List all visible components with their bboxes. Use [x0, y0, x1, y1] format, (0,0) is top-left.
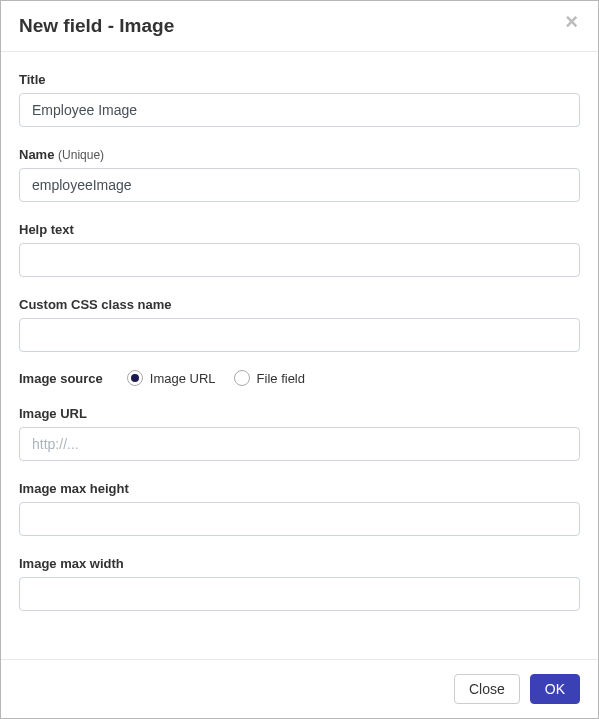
maxheight-label: Image max height: [19, 481, 129, 496]
helptext-label: Help text: [19, 222, 74, 237]
cssclass-label: Custom CSS class name: [19, 297, 171, 312]
cssclass-input[interactable]: [19, 318, 580, 352]
new-field-modal: New field - Image × Title Name (Unique) …: [0, 0, 599, 719]
name-label: Name (Unique): [19, 147, 104, 162]
modal-footer: Close OK: [1, 659, 598, 718]
title-label: Title: [19, 72, 46, 87]
image-source-row: Image source Image URL File field: [19, 370, 580, 386]
radio-label-url: Image URL: [150, 371, 216, 386]
field-name-group: Name (Unique): [19, 145, 580, 202]
field-maxwidth-group: Image max width: [19, 554, 580, 611]
close-icon[interactable]: ×: [563, 11, 580, 33]
radio-icon: [127, 370, 143, 386]
radio-icon: [234, 370, 250, 386]
field-title-group: Title: [19, 70, 580, 127]
name-label-text: Name: [19, 147, 54, 162]
field-cssclass-group: Custom CSS class name: [19, 295, 580, 352]
close-button[interactable]: Close: [454, 674, 520, 704]
imageurl-input[interactable]: [19, 427, 580, 461]
maxwidth-label: Image max width: [19, 556, 124, 571]
field-imageurl-group: Image URL: [19, 404, 580, 461]
maxheight-input[interactable]: [19, 502, 580, 536]
field-helptext-group: Help text: [19, 220, 580, 277]
imageurl-label: Image URL: [19, 406, 87, 421]
image-source-label: Image source: [19, 371, 103, 386]
maxwidth-input[interactable]: [19, 577, 580, 611]
modal-title: New field - Image: [19, 15, 174, 37]
helptext-input[interactable]: [19, 243, 580, 277]
radio-label-filefield: File field: [257, 371, 305, 386]
name-input[interactable]: [19, 168, 580, 202]
image-source-option-filefield[interactable]: File field: [234, 370, 305, 386]
ok-button[interactable]: OK: [530, 674, 580, 704]
field-maxheight-group: Image max height: [19, 479, 580, 536]
name-label-hint: (Unique): [58, 148, 104, 162]
image-source-option-url[interactable]: Image URL: [127, 370, 216, 386]
title-input[interactable]: [19, 93, 580, 127]
modal-body: Title Name (Unique) Help text Custom CSS…: [1, 52, 598, 659]
modal-header: New field - Image ×: [1, 1, 598, 52]
